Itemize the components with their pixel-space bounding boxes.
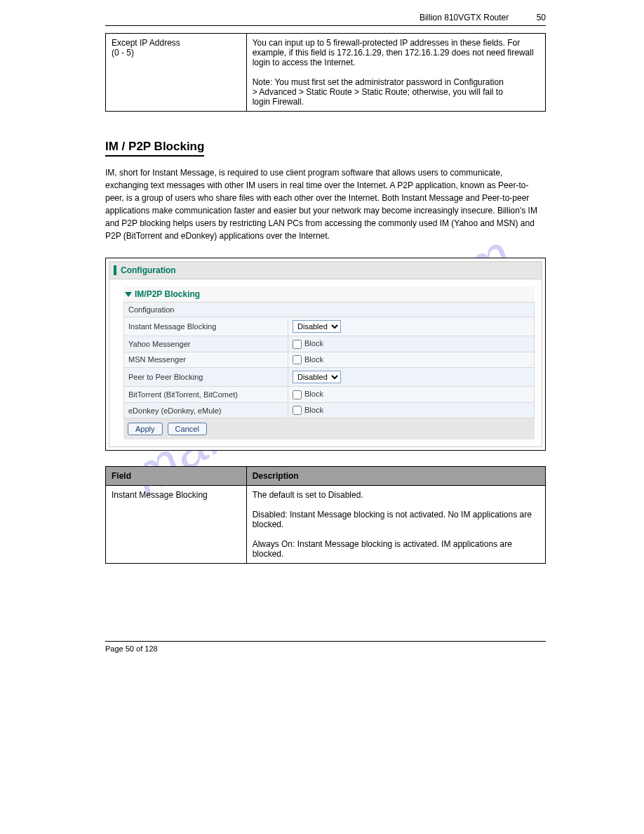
config-title: Configuration bbox=[121, 265, 176, 275]
button-row: Apply Cancel bbox=[123, 418, 535, 439]
config-screenshot: Configuration IM/P2P Blocking Configurat… bbox=[105, 258, 546, 451]
except-ip-label: Except IP Address (0 - 5) bbox=[106, 34, 247, 112]
msn-label: MSN Messenger bbox=[124, 352, 288, 368]
bt-label: BitTorrent (BitTorrent, BitComet) bbox=[124, 387, 288, 403]
page-header: Billion 810VGTX Router 50 bbox=[0, 13, 546, 22]
msn-checkbox[interactable] bbox=[293, 355, 302, 364]
yahoo-cell: Block bbox=[288, 336, 535, 352]
msn-block-text: Block bbox=[304, 355, 323, 364]
bt-cell: Block bbox=[288, 387, 535, 403]
field-description-table: Field Description Instant Message Blocki… bbox=[105, 466, 546, 564]
ed-cell: Block bbox=[288, 402, 535, 418]
config-section-label: Configuration bbox=[124, 303, 535, 317]
cancel-button[interactable]: Cancel bbox=[168, 423, 207, 435]
section-paragraph-1: IM, short for Instant Message, is requir… bbox=[105, 166, 546, 242]
fd-row1-desc: The default is set to Disabled. Disabled… bbox=[246, 486, 545, 564]
config-table: Configuration Instant Message Blocking D… bbox=[123, 302, 535, 418]
bt-block-text: Block bbox=[304, 390, 323, 398]
config-titlebar: Configuration bbox=[109, 262, 542, 279]
footer-rule bbox=[105, 641, 546, 642]
p2p-blocking-select[interactable]: Disabled bbox=[293, 371, 341, 383]
except-ip-table: Except IP Address (0 - 5) You can input … bbox=[105, 33, 546, 112]
fd-header-desc: Description bbox=[246, 467, 545, 486]
yahoo-label: Yahoo Messenger bbox=[124, 336, 288, 352]
bt-checkbox[interactable] bbox=[293, 390, 302, 399]
im-blocking-label: Instant Message Blocking bbox=[124, 317, 288, 336]
ed-block-text: Block bbox=[304, 406, 323, 414]
fd-row1-field: Instant Message Blocking bbox=[106, 486, 247, 564]
section-title: IM / P2P Blocking bbox=[105, 140, 204, 157]
yahoo-checkbox[interactable] bbox=[293, 340, 302, 349]
triangle-down-icon bbox=[125, 292, 132, 297]
p2p-blocking-cell: Disabled bbox=[288, 368, 535, 387]
header-page-number: 50 bbox=[537, 13, 546, 22]
ed-checkbox[interactable] bbox=[293, 406, 302, 415]
config-subhead[interactable]: IM/P2P Blocking bbox=[123, 286, 535, 302]
yahoo-block-text: Block bbox=[304, 339, 323, 348]
im-blocking-cell: Disabled bbox=[288, 317, 535, 336]
p2p-blocking-label: Peer to Peer Blocking bbox=[124, 368, 288, 387]
fd-header-field: Field bbox=[106, 467, 247, 486]
titlebar-spine-icon bbox=[114, 265, 116, 275]
config-subhead-text: IM/P2P Blocking bbox=[135, 289, 200, 299]
apply-button[interactable]: Apply bbox=[128, 423, 163, 435]
msn-cell: Block bbox=[288, 352, 535, 368]
except-ip-desc: You can input up to 5 firewall-protected… bbox=[246, 34, 545, 112]
im-blocking-select[interactable]: Disabled bbox=[293, 320, 341, 333]
header-title: Billion 810VGTX Router bbox=[420, 13, 509, 22]
page-footer: Page 50 of 128 bbox=[105, 644, 546, 653]
header-rule bbox=[105, 25, 546, 26]
ed-label: eDonkey (eDonkey, eMule) bbox=[124, 402, 288, 418]
